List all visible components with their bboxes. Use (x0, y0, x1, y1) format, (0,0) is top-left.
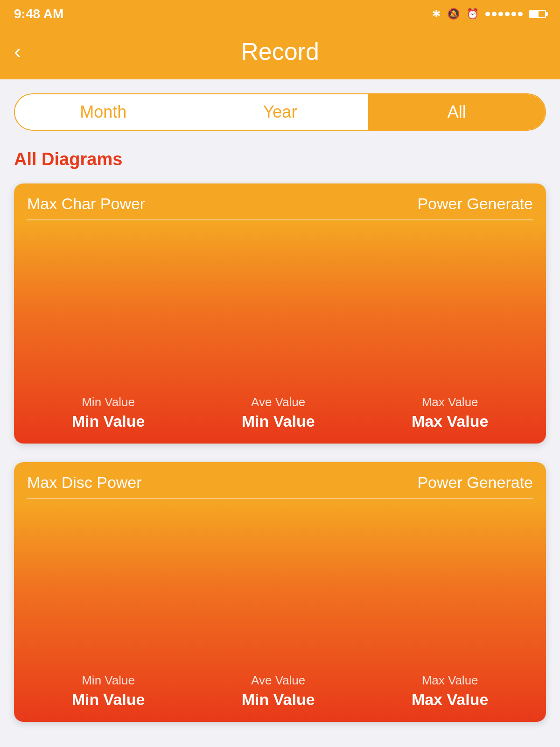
stat-item-max: Max Value Max Value (412, 395, 488, 430)
card-stats-disc: Min Value Min Value Ave Value Min Value … (14, 662, 546, 722)
stat-label-ave: Ave Value (251, 395, 305, 409)
card-stats-char: Min Value Min Value Ave Value Min Value … (14, 384, 546, 444)
mute-icon: 🔕 (447, 8, 460, 20)
chart-area-char (14, 220, 546, 384)
page-title: Record (241, 37, 319, 65)
card-header-disc: Max Disc Power Power Generate (14, 462, 546, 498)
bluetooth-icon: ✱ (432, 8, 441, 20)
stat-item-disc-min: Min Value Min Value (72, 673, 145, 709)
card-title-char-left: Max Char Power (27, 195, 145, 213)
card-title-char-right: Power Generate (417, 195, 533, 213)
chart-area-disc (14, 499, 546, 662)
tab-year[interactable]: Year (192, 94, 369, 130)
nav-bar: ‹ Record (0, 28, 560, 79)
stat-value-disc-max: Max Value (412, 691, 488, 709)
stat-value-ave: Min Value (242, 412, 315, 430)
tab-month[interactable]: Month (15, 94, 192, 130)
tab-all[interactable]: All (368, 94, 545, 130)
tab-selector: Month Year All (14, 93, 546, 131)
stat-value-disc-min: Min Value (72, 691, 145, 709)
stat-label-min: Min Value (82, 395, 135, 409)
diagram-card-disc-power: Max Disc Power Power Generate Min Value … (14, 462, 546, 722)
section-title: All Diagrams (14, 149, 546, 169)
stat-label-disc-min: Min Value (82, 673, 135, 688)
content-area: Month Year All All Diagrams Max Char Pow… (0, 79, 560, 747)
stat-item-ave: Ave Value Min Value (242, 395, 315, 430)
battery-icon (529, 10, 546, 18)
stat-label-disc-ave: Ave Value (251, 673, 305, 688)
alarm-icon: ⏰ (466, 8, 479, 20)
stat-value-max: Max Value (412, 412, 488, 430)
card-title-disc-right: Power Generate (417, 473, 533, 492)
status-bar: 9:48 AM ✱ 🔕 ⏰ (0, 0, 560, 28)
back-button[interactable]: ‹ (14, 40, 21, 63)
stat-label-disc-max: Max Value (422, 673, 478, 688)
signal-dots (485, 12, 523, 16)
stat-item-disc-ave: Ave Value Min Value (242, 673, 315, 709)
card-header-char: Max Char Power Power Generate (14, 183, 546, 219)
stat-item-disc-max: Max Value Max Value (412, 673, 488, 709)
stat-item-min: Min Value Min Value (72, 395, 145, 430)
stat-value-disc-ave: Min Value (242, 691, 315, 709)
status-time: 9:48 AM (14, 7, 63, 21)
stat-value-min: Min Value (72, 412, 145, 430)
diagram-card-char-power: Max Char Power Power Generate Min Value … (14, 183, 546, 444)
status-icons: ✱ 🔕 ⏰ (432, 8, 546, 20)
card-title-disc-left: Max Disc Power (27, 473, 142, 492)
stat-label-max: Max Value (422, 395, 478, 409)
